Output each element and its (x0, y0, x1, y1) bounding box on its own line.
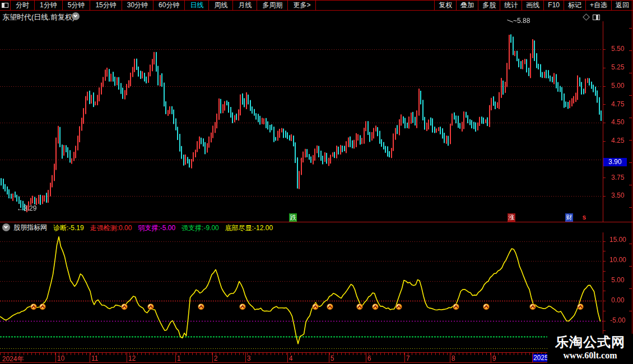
month-label-10: 10 (57, 354, 64, 362)
toolbar-button-分时[interactable]: 分时 (11, 1, 35, 10)
signal-badge-财: 财 (565, 213, 573, 222)
indicator-stat-强支撑: 强支撑:-9.00 (181, 224, 219, 232)
month-separator (287, 353, 288, 362)
stock-title: 东望时代(日线.前复权) (2, 12, 75, 22)
right-border (632, 0, 632, 364)
indicator-value-label: 5.00 (604, 276, 632, 284)
title-dropdown-chevron-icon[interactable] (72, 12, 80, 20)
year-start-label: 2024年 (2, 354, 24, 364)
toolbar-button-画线[interactable]: 画线 (522, 1, 543, 10)
toolbar-button-多股[interactable]: 多股 (478, 1, 500, 10)
low-price-annotation: ←3.29 (17, 204, 36, 212)
month-separator (175, 353, 176, 362)
toolbar-button-返回[interactable]: 返回 (611, 1, 633, 10)
panel-layout-icon[interactable] (593, 15, 600, 20)
toolbar-button-30分钟[interactable]: 30分钟 (122, 1, 153, 10)
toolbar-button-统计[interactable]: 统计 (500, 1, 522, 10)
month-label-9: 9 (492, 354, 496, 362)
indicator-stat-走强检测: 走强检测:0.00 (90, 224, 132, 232)
month-label-2: 2 (214, 354, 218, 362)
watermark-site-name: 乐淘公式网 (547, 334, 633, 351)
toolbar-button-复权[interactable]: 复权 (434, 1, 456, 10)
price-label: 3.75 (604, 174, 632, 181)
toolbar-button-周线[interactable]: 周线 (209, 1, 233, 10)
month-separator (212, 353, 213, 362)
toolbar-button-1分钟[interactable]: 1分钟 (35, 1, 63, 10)
toolbar-button-叠加[interactable]: 叠加 (456, 1, 478, 10)
indicator-value-label: -5.00 (604, 316, 632, 324)
month-label-8: 8 (452, 354, 455, 362)
indicator-value-label: 0.00 (604, 296, 632, 304)
tool-buttons: 复权叠加多股统计画线F10标记+自选返回 (434, 1, 633, 10)
toolbar-button-标记[interactable]: 标记 (564, 1, 585, 10)
toolbar-button-60分钟[interactable]: 60分钟 (153, 1, 185, 10)
toolbar-spacer (316, 1, 434, 10)
month-separator (491, 353, 491, 362)
toolbar-button-月线[interactable]: 月线 (233, 1, 257, 10)
month-label-12: 12 (128, 354, 136, 362)
date-axis: 2024年 101112123456789 2025 (0, 352, 603, 363)
price-label: 4.50 (604, 118, 632, 126)
month-separator (245, 353, 246, 362)
title-bar: 东望时代(日线.前复权) (0, 11, 633, 22)
indicator-header: 股朋指标网 诊断:-5.19走强检测:0.00弱支撑:-5.00强支撑:-9.0… (0, 223, 273, 232)
split-panel-icon (2, 3, 8, 8)
indicator-stat-诊断: 诊断:-5.19 (53, 224, 84, 232)
month-separator (450, 353, 450, 362)
toolbar-button-+自选[interactable]: +自选 (585, 1, 611, 10)
toolbar-button-F10[interactable]: F10 (543, 1, 564, 10)
price-label: 5.50 (604, 45, 632, 53)
sell-signal-marker: s (580, 213, 588, 222)
signal-badge-跌: 跌 (289, 213, 297, 222)
month-label-1: 1 (177, 354, 181, 362)
toolbar-button-5分钟[interactable]: 5分钟 (63, 1, 91, 10)
indicator-value-label: 15.00 (604, 236, 632, 244)
month-separator (329, 353, 329, 362)
candlestick-chart[interactable] (0, 22, 633, 222)
indicator-stat-弱支撑: 弱支撑:-5.00 (138, 224, 175, 232)
toolbar-button-更多>[interactable]: 更多> (288, 1, 316, 10)
toolbar-button-15分钟[interactable]: 15分钟 (90, 1, 122, 10)
date-axis-ticks (0, 353, 603, 355)
price-label: 4.25 (604, 137, 632, 144)
indicator-stat-底部尽显: 底部尽显:-12.00 (225, 224, 273, 232)
year-end-badge: 2025 (533, 354, 549, 362)
indicator-chart[interactable] (0, 232, 633, 353)
month-label-6: 6 (367, 354, 371, 362)
month-separator (127, 353, 127, 362)
month-separator (55, 353, 56, 362)
indicator-stats: 诊断:-5.19走强检测:0.00弱支撑:-5.00强支撑:-9.00底部尽显:… (47, 222, 273, 233)
month-separator (366, 353, 366, 362)
high-price-annotation: ~5.88 (513, 17, 530, 25)
diamond-icon[interactable] (583, 13, 590, 21)
toolbar-button-多周期[interactable]: 多周期 (257, 1, 288, 10)
month-label-5: 5 (331, 354, 334, 362)
toolbar-button-日线[interactable]: 日线 (185, 1, 209, 10)
watermark: 乐淘公式网 www.60lt.com (547, 334, 633, 364)
month-label-3: 3 (247, 354, 251, 362)
month-separator (404, 353, 405, 362)
indicator-dropdown-chevron-icon[interactable] (2, 223, 10, 231)
watermark-url: www.60lt.com (547, 351, 633, 361)
indicator-value-label: 10.00 (604, 256, 632, 264)
price-label: 5.25 (604, 63, 632, 71)
trading-app-window: 分时1分钟5分钟15分钟30分钟60分钟日线周线月线多周期更多> 复权叠加多股统… (0, 0, 633, 364)
price-label: 4.75 (604, 100, 632, 108)
signal-badge-涨: 涨 (508, 213, 515, 222)
period-toolbar: 分时1分钟5分钟15分钟30分钟60分钟日线周线月线多周期更多> 复权叠加多股统… (0, 0, 633, 11)
month-label-7: 7 (406, 354, 410, 362)
price-label: 3.50 (604, 192, 632, 199)
month-label-11: 11 (91, 354, 98, 362)
month-separator (90, 353, 90, 362)
period-buttons: 分时1分钟5分钟15分钟30分钟60分钟日线周线月线多周期更多> (11, 1, 316, 10)
layout-toggle-button[interactable] (0, 1, 11, 10)
price-label: 5.00 (604, 82, 632, 90)
month-label-4: 4 (289, 354, 293, 362)
indicator-source-label: 股朋指标网 (13, 223, 47, 232)
price-highlight-badge: 3.90 (603, 158, 627, 166)
